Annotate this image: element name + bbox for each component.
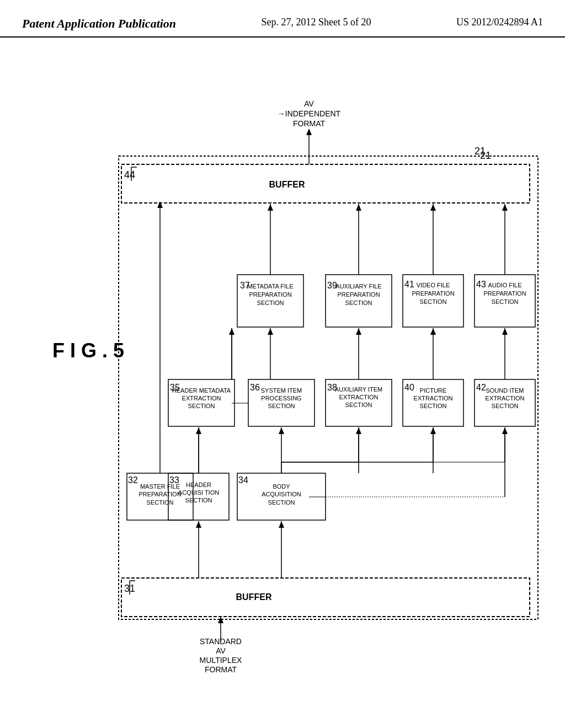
header-acq-text1: HEADER [186, 481, 211, 488]
system-item-text3: SECTION [268, 403, 295, 409]
aux-item-text1: AUXILIARY ITEM [335, 386, 382, 393]
label-37: 37 [240, 281, 250, 290]
audio-prep-text3: SECTION [492, 298, 519, 305]
label-38: 38 [327, 383, 337, 392]
aux-prep-text3: SECTION [345, 299, 372, 306]
aux-prep-text2: PREPARATION [337, 291, 380, 298]
figure-label: F I G . 5 [52, 339, 124, 362]
label-35: 35 [170, 383, 180, 392]
video-prep-text1: VIDEO FILE [417, 282, 450, 288]
buffer2-box [121, 164, 530, 203]
metadata-prep-text3: SECTION [257, 299, 284, 306]
picture-ext-text1: PICTURE [420, 387, 446, 394]
header-meta-text1: HEADER METADATA [172, 387, 231, 394]
label-44: 44 [124, 169, 135, 180]
arrow-42-43-head [502, 328, 508, 335]
picture-ext-text2: EXTRACTION [414, 395, 453, 402]
master-file-prep-text3: SECTION [147, 499, 174, 506]
label-33: 33 [169, 475, 179, 485]
arrow-34-36-head [279, 427, 284, 434]
arrow-41-buf2-head [430, 204, 436, 211]
audio-prep-text2: PREPARATION [483, 290, 526, 297]
arrow-40-41-head [430, 328, 436, 335]
arrow-buf1-34-head [279, 521, 284, 528]
body-acq-text1: BODY [273, 483, 290, 490]
system-item-text1: SYSTEM ITEM [261, 387, 302, 394]
page-header: Patent Application Publication Sep. 27, … [0, 0, 565, 38]
label-40: 40 [404, 383, 414, 392]
header-meta-text3: SECTION [188, 403, 215, 409]
label-43: 43 [476, 280, 486, 289]
audio-prep-text1: AUDIO FILE [488, 282, 521, 288]
arrow-32-up-head [157, 201, 163, 208]
body-acq-text3: SECTION [268, 499, 295, 506]
sound-ext-text1: SOUND ITEM [486, 387, 524, 394]
picture-ext-text3: SECTION [420, 403, 447, 409]
label-21-text: 21 [475, 146, 486, 157]
video-prep-text3: SECTION [420, 298, 447, 305]
metadata-prep-text1: METADATA FILE [247, 283, 293, 290]
label-32: 32 [128, 475, 138, 485]
arrow-43-buf2-head [502, 204, 508, 211]
av-independent-format1: AV [304, 99, 314, 108]
arrow-36-37-head [268, 328, 273, 335]
label-41: 41 [404, 280, 414, 289]
arrow-37-buf2-head [268, 204, 273, 211]
sound-ext-text2: EXTRACTION [486, 395, 525, 402]
metadata-prep-text2: PREPARATION [249, 291, 291, 298]
publication-number: US 2012/0242894 A1 [456, 17, 543, 28]
label-42: 42 [476, 383, 486, 392]
arrow-buf1-33-head [196, 521, 201, 528]
label-34: 34 [238, 475, 248, 485]
aux-prep-text1: AUXILIARY FILE [335, 283, 381, 290]
label-39: 39 [327, 281, 337, 290]
standard-av-format3: MULTIPLEX [200, 656, 242, 665]
diagram-area: F I G . 5 BUFFER 31 STANDARD AV MULTIPLE… [0, 38, 565, 716]
standard-av-format2: AV [216, 646, 226, 655]
label-36: 36 [250, 383, 260, 392]
header-meta-text2: EXTRACTION [182, 395, 221, 402]
publication-title: Patent Application Publication [22, 17, 176, 31]
publication-date-sheet: Sep. 27, 2012 Sheet 5 of 20 [262, 17, 371, 28]
buffer1-box [121, 578, 530, 617]
arrow-38-39-head [356, 328, 361, 335]
sound-ext-text3: SECTION [492, 403, 519, 409]
buffer2-label: BUFFER [269, 180, 305, 189]
body-acq-text2: ACQUISITION [262, 491, 301, 497]
aux-item-text3: SECTION [345, 402, 372, 408]
patent-diagram: F I G . 5 BUFFER 31 STANDARD AV MULTIPLE… [0, 38, 565, 716]
av-independent-format-arrow: →INDEPENDENT [278, 109, 341, 118]
av-independent-format2: FORMAT [293, 119, 326, 128]
aux-item-text2: EXTRACTION [339, 394, 379, 400]
header-acq-text2: ACQUISI TION [178, 489, 219, 496]
header-acq-text3: SECTION [185, 497, 212, 504]
arrow-39-buf2-head [356, 204, 361, 211]
master-file-prep-text2: PREPARATION [138, 491, 181, 497]
system-item-text2: PROCESSING [261, 395, 301, 402]
standard-av-format4: FORMAT [205, 665, 237, 674]
buffer1-label: BUFFER [236, 592, 272, 602]
video-prep-text2: PREPARATION [412, 290, 454, 297]
arrow-buf2-to-avfmt-head [306, 129, 312, 135]
